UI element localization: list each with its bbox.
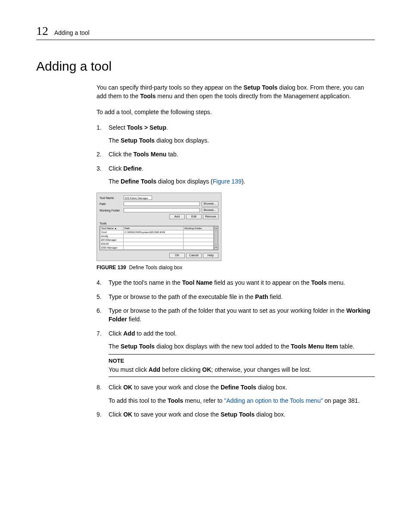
table-row[interactable]: ESCM — [100, 242, 214, 246]
running-title: Adding a tool — [54, 29, 90, 36]
step-8-sub: To add this tool to the Tools menu, refe… — [109, 396, 375, 405]
working-folder-input[interactable] — [124, 208, 200, 212]
step-8: Click OK to save your work and close the… — [97, 383, 375, 405]
steps-list-2: Type the tool's name in the Tool Name fi… — [97, 278, 375, 419]
table-row[interactable]: EFCManager — [100, 238, 214, 242]
cancel-button[interactable]: Cancel — [186, 253, 202, 258]
page-title: Adding a tool — [36, 59, 375, 74]
path-input[interactable] — [124, 202, 200, 206]
edit-button[interactable]: Edit — [186, 214, 202, 219]
scroll-up-icon[interactable]: ▴ — [214, 226, 218, 230]
step-1: Select Tools > Setup. The Setup Tools di… — [97, 123, 375, 145]
scroll-down-icon[interactable]: ▾ — [214, 246, 218, 250]
col-working-folder[interactable]: Working Folder — [184, 227, 214, 230]
step-5: Type or browse to the path of the execut… — [97, 292, 375, 301]
ok-button[interactable]: OK — [169, 253, 185, 258]
step-3-sub: The Define Tools dialog box displays (Fi… — [109, 177, 375, 186]
tool-name-input[interactable]: IDS Fabric Manager — [124, 196, 152, 200]
tools-section-label: Tools — [100, 222, 218, 225]
browse-folder-button[interactable]: Browse... — [202, 208, 218, 213]
table-row[interactable]: elxcfg — [100, 234, 214, 238]
cross-ref-link[interactable]: "Adding an option to the Tools menu" — [224, 397, 323, 404]
note-body: You must click Add before clicking OK; o… — [109, 365, 375, 374]
working-folder-label: Working Folder — [100, 209, 122, 212]
table-scrollbar[interactable]: ▴ ▾ — [214, 226, 218, 250]
steps-list-1: Select Tools > Setup. The Setup Tools di… — [97, 123, 375, 186]
tool-name-label: Tool Name — [100, 196, 122, 199]
step-9: Click OK to save your work and close the… — [97, 410, 375, 419]
tools-table: Tool Name ▲ Path Working Folder CmdC:\WI… — [100, 226, 214, 250]
running-header: 12 Adding a tool — [36, 24, 375, 40]
step-1-sub: The Setup Tools dialog box displays. — [109, 136, 375, 145]
note-title: NOTE — [109, 357, 375, 365]
step-7: Click Add to add the tool. The Setup Too… — [97, 329, 375, 377]
chapter-number: 12 — [36, 24, 48, 38]
path-label: Path — [100, 202, 122, 205]
browse-path-button[interactable]: Browse... — [202, 201, 218, 206]
table-row[interactable]: ESN Manager — [100, 246, 214, 250]
figure-caption: FIGURE 139 Define Tools dialog box — [97, 264, 375, 271]
intro-paragraph-1: You can specify third-party tools so the… — [97, 83, 375, 101]
col-tool-name[interactable]: Tool Name ▲ — [100, 227, 124, 230]
intro-paragraph-2: To add a tool, complete the following st… — [97, 108, 375, 116]
help-button[interactable]: Help — [203, 253, 218, 258]
figure-link[interactable]: Figure 139 — [213, 178, 242, 185]
scroll-thumb[interactable] — [215, 230, 218, 246]
define-tools-dialog: Tool Name IDS Fabric Manager Path Browse… — [97, 193, 221, 261]
tools-table-wrap: Tool Name ▲ Path Working Folder CmdC:\WI… — [100, 226, 218, 250]
step-6: Type or browse to the path of the folder… — [97, 306, 375, 324]
remove-button[interactable]: Remove — [203, 214, 218, 219]
add-button[interactable]: Add — [169, 214, 185, 219]
step-2: Click the Tools Menu tab. — [97, 150, 375, 159]
figure-139: Tool Name IDS Fabric Manager Path Browse… — [97, 193, 375, 261]
table-row[interactable]: CmdC:\WINDOWS\system32\CMD.EXE — [100, 230, 214, 234]
col-path[interactable]: Path — [124, 227, 184, 230]
step-3: Click Define. The Define Tools dialog bo… — [97, 164, 375, 186]
step-7-sub: The Setup Tools dialog box displays with… — [109, 342, 375, 351]
step-4: Type the tool's name in the Tool Name fi… — [97, 278, 375, 287]
note-block: NOTE You must click Add before clicking … — [109, 354, 375, 377]
